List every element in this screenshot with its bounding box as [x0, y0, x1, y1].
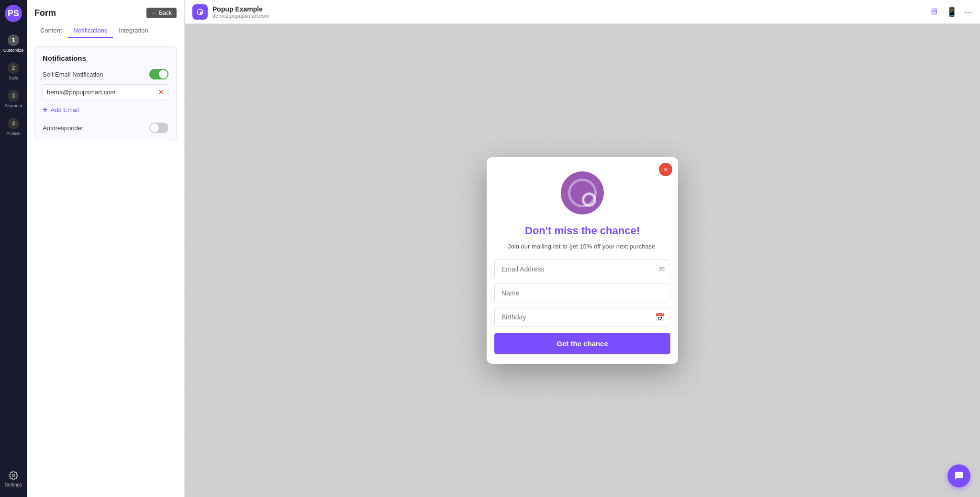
app-logo[interactable]: PS	[5, 5, 22, 22]
step-4-num: 4	[8, 118, 19, 129]
desktop-view-button[interactable]: 🖥	[927, 5, 940, 19]
tab-integration[interactable]: Integration	[113, 24, 154, 38]
app-logo-icon	[196, 8, 204, 16]
add-email-button[interactable]: + Add Email	[43, 105, 168, 115]
mobile-icon: 📱	[947, 7, 957, 17]
popup-heading: Don't miss the chance!	[487, 219, 678, 242]
top-bar-left: Popup Example demo2.popupsmart.com	[192, 4, 269, 20]
panel-header: Form ← Back	[27, 0, 184, 18]
desktop-icon: 🖥	[929, 7, 938, 16]
step-3-label: Segment	[5, 103, 22, 108]
email-input-row: ✕	[43, 84, 168, 100]
app-name: Popup Example	[212, 5, 269, 13]
top-bar: Popup Example demo2.popupsmart.com 🖥 📱 ⋯	[185, 0, 980, 24]
mobile-view-button[interactable]: 📱	[945, 5, 959, 19]
self-email-label: Self Email Notification	[43, 71, 103, 78]
autoresponder-row: Autoresponder	[43, 123, 168, 133]
popup-modal: × Don't miss the chance! Join our mailin…	[487, 157, 678, 363]
tab-content[interactable]: Content	[34, 24, 68, 38]
email-input[interactable]	[47, 89, 158, 96]
more-options-button[interactable]: ⋯	[964, 7, 972, 17]
popup-logo	[561, 171, 604, 215]
popup-logo-area	[487, 157, 678, 219]
sidebar-item-publish[interactable]: 4 Publish	[0, 113, 27, 141]
svg-point-2	[200, 11, 202, 14]
birthday-field-wrap: 📅	[494, 307, 670, 327]
back-button[interactable]: ← Back	[146, 8, 177, 18]
app-domain: demo2.popupsmart.com	[212, 13, 269, 19]
remove-email-button[interactable]: ✕	[158, 88, 164, 97]
svg-point-0	[12, 474, 15, 477]
add-email-label: Add Email	[51, 106, 79, 113]
remove-icon: ✕	[158, 88, 164, 97]
settings-label: Settings	[5, 482, 22, 487]
chat-bubble-button[interactable]	[947, 464, 970, 487]
sidebar-item-customize[interactable]: 1 Customize	[0, 30, 27, 57]
app-info: Popup Example demo2.popupsmart.com	[212, 5, 269, 19]
step-3-num: 3	[8, 90, 19, 102]
step-1-num: 1	[8, 34, 19, 46]
submit-button[interactable]: Get the chance	[494, 333, 670, 354]
popup-form: ✉ 📅 Get the chance	[487, 259, 678, 364]
back-arrow-icon: ←	[151, 10, 157, 16]
plus-icon: +	[43, 105, 48, 115]
autoresponder-toggle[interactable]	[149, 123, 168, 133]
main-area: Popup Example demo2.popupsmart.com 🖥 📱 ⋯…	[185, 0, 980, 497]
birthday-field[interactable]	[494, 307, 670, 327]
self-email-row: Self Email Notification	[43, 69, 168, 79]
top-bar-right: 🖥 📱 ⋯	[927, 5, 972, 19]
app-icon	[192, 4, 208, 20]
email-field-wrap: ✉	[494, 259, 670, 279]
email-icon: ✉	[658, 264, 665, 273]
tab-notifications[interactable]: Notifications	[68, 24, 113, 38]
chat-icon	[954, 471, 964, 481]
sidebar-item-segment[interactable]: 3 Segment	[0, 85, 27, 113]
step-2-label: Style	[9, 76, 18, 80]
popup-subtext: Join our mailing list to get 15% off you…	[487, 242, 678, 259]
step-4-label: Publish	[6, 131, 21, 136]
more-icon: ⋯	[964, 7, 972, 17]
panel: Form ← Back Content Notifications Integr…	[27, 0, 185, 497]
sidebar-item-style[interactable]: 2 Style	[0, 57, 27, 85]
panel-content: Notifications Self Email Notification ✕ …	[27, 38, 184, 497]
calendar-icon: 📅	[655, 312, 665, 321]
notifications-card-title: Notifications	[43, 54, 168, 62]
panel-title: Form	[34, 8, 56, 18]
autoresponder-label: Autoresponder	[43, 124, 83, 132]
self-email-toggle[interactable]	[149, 69, 168, 79]
sidebar: PS 1 Customize 2 Style 3 Segment 4 Publi…	[0, 0, 27, 497]
step-2-num: 2	[8, 62, 19, 74]
sidebar-settings[interactable]: Settings	[0, 466, 27, 492]
name-field[interactable]	[494, 283, 670, 303]
back-label: Back	[159, 10, 172, 16]
step-1-label: Customize	[3, 48, 24, 53]
gear-icon	[9, 471, 18, 480]
preview-background: × Don't miss the chance! Join our mailin…	[185, 24, 980, 497]
email-field[interactable]	[494, 259, 670, 279]
notifications-card: Notifications Self Email Notification ✕ …	[34, 46, 177, 141]
panel-tabs: Content Notifications Integration	[27, 18, 184, 38]
name-field-wrap	[494, 283, 670, 303]
